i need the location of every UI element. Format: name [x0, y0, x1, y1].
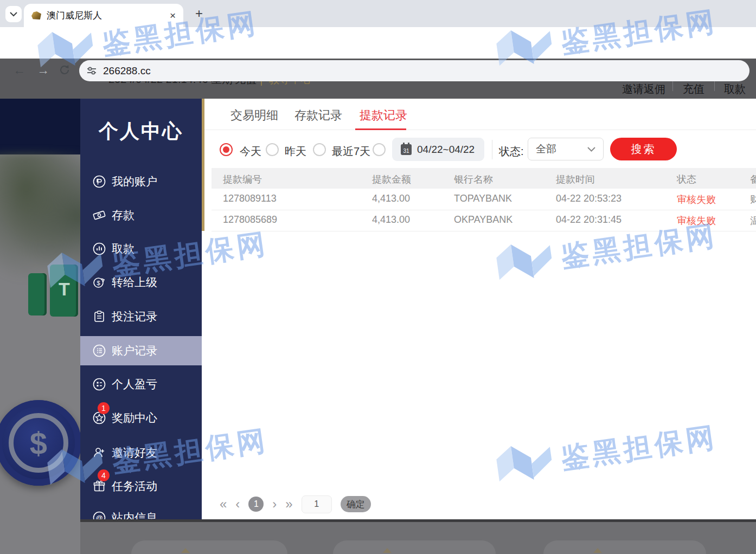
col-header-remark: 备注: [750, 173, 756, 186]
sidebar-item-account-records[interactable]: 账户记录: [80, 336, 202, 365]
sidebar-item-profit-loss[interactable]: 个人盈亏: [80, 370, 202, 399]
gold-decoration: [383, 548, 392, 553]
status-select[interactable]: 全部: [528, 138, 604, 160]
radio-today[interactable]: [220, 143, 233, 156]
radio-last7days-label[interactable]: 最近7天: [332, 144, 370, 159]
next-page-button[interactable]: ›: [272, 498, 277, 511]
sidebar-item-label: 邀请好友: [112, 445, 157, 460]
cell-status: 审核失败: [677, 193, 716, 206]
url-text: 266288.cc: [103, 65, 151, 77]
sidebar-item-label: 账户记录: [112, 343, 157, 358]
sidebar-item-transfer-upline[interactable]: $ 转给上级: [80, 268, 202, 297]
sidebar-item-bet-records[interactable]: 投注记录: [80, 302, 202, 331]
new-tab-button[interactable]: +: [191, 5, 207, 22]
radio-last7days[interactable]: [313, 143, 326, 156]
sidebar-item-label: 投注记录: [112, 309, 157, 324]
transfer-icon: $: [92, 275, 106, 289]
sidebar: 个人中心 我的账户 存款 取款 $ 转给上级: [80, 99, 202, 520]
radio-yesterday[interactable]: [266, 143, 279, 156]
sidebar-item-label: 我的账户: [112, 174, 157, 189]
tab-search-button[interactable]: [5, 6, 22, 22]
prev-page-button[interactable]: ‹: [235, 498, 240, 511]
browser-tab[interactable]: 澳门威尼斯人 ×: [24, 4, 183, 27]
radio-today-label[interactable]: 今天: [240, 144, 261, 159]
cell-withdraw-id: 1278085689: [223, 214, 277, 226]
bet-records-icon: [92, 310, 106, 324]
radio-yesterday-label[interactable]: 昨天: [285, 144, 306, 159]
cell-remark: 温: [750, 214, 756, 227]
background-navy-block: [0, 99, 80, 154]
last-page-button[interactable]: »: [285, 498, 292, 511]
gold-decoration: [181, 548, 190, 553]
tab-close-icon[interactable]: ×: [170, 10, 176, 22]
divider: [212, 210, 756, 210]
sidebar-item-withdraw[interactable]: 取款: [80, 234, 202, 263]
col-header-time: 提款时间: [556, 173, 595, 186]
sidebar-item-label: 存款: [112, 208, 134, 223]
status-filter-label: 状态:: [499, 144, 524, 159]
withdraw-label: 取款: [710, 82, 756, 96]
first-page-button[interactable]: «: [220, 498, 227, 511]
cell-time: 04-22 20:31:45: [556, 214, 622, 226]
tether-t-glyph: T: [59, 279, 70, 300]
sidebar-item-label: 取款: [112, 241, 134, 256]
profit-loss-icon: [92, 377, 106, 391]
chevron-down-icon: [10, 12, 17, 17]
background-card: [543, 540, 706, 554]
chevron-down-icon: [587, 147, 595, 152]
background-card: [131, 540, 287, 554]
col-header-status: 状态: [677, 173, 696, 186]
tab-transaction-details[interactable]: 交易明细: [230, 107, 278, 124]
usd-coin-image: $: [0, 400, 80, 486]
gold-decoration: [593, 548, 602, 553]
status-select-value: 全部: [536, 142, 556, 156]
divider: [202, 130, 756, 130]
cell-status: 审核失败: [677, 214, 716, 227]
withdraw-icon: [92, 242, 106, 256]
background-bottom-strip: [80, 519, 756, 554]
cell-withdraw-id: 1278089113: [223, 193, 277, 204]
cell-bank: OKPAYBANK: [454, 214, 512, 226]
cell-time: 04-22 20:53:23: [556, 193, 622, 204]
pagination: « ‹ 1 › » 确定: [220, 494, 371, 514]
divider: [212, 231, 756, 231]
screen: 澳门威尼斯人 × + ← → 266288.cc: [0, 0, 756, 554]
tab-withdraw-records[interactable]: 提款记录: [360, 107, 407, 124]
page-number-input[interactable]: [302, 495, 332, 513]
tab-strip: 澳门威尼斯人 × +: [0, 0, 756, 27]
tune-icon: [87, 67, 97, 75]
tab-title: 澳门威尼斯人: [47, 9, 165, 22]
radio-custom-range[interactable]: [373, 143, 386, 156]
browser-chrome: 澳门威尼斯人 × + ← → 266288.cc: [0, 0, 756, 59]
sidebar-title: 个人中心: [80, 118, 202, 145]
account-icon: [92, 175, 106, 189]
sidebar-item-my-account[interactable]: 我的账户: [80, 167, 202, 196]
sidebar-item-deposit[interactable]: 存款: [80, 201, 202, 230]
invite-friends-icon: [92, 446, 106, 460]
dollar-glyph: $: [30, 425, 47, 461]
omnibox[interactable]: 266288.cc: [79, 60, 749, 81]
cell-remark: 财: [750, 193, 756, 206]
sidebar-item-label: 个人盈亏: [112, 377, 157, 392]
date-range-value: 04/22~04/22: [417, 144, 475, 156]
confirm-page-button[interactable]: 确定: [341, 496, 371, 512]
site-favicon-icon: [31, 11, 41, 20]
cell-amount: 4,413.00: [372, 193, 410, 204]
divider: [492, 140, 492, 159]
sidebar-item-label: 奖励中心: [112, 410, 157, 426]
back-icon[interactable]: ←: [13, 63, 25, 78]
date-range-picker[interactable]: 31 04/22~04/22: [392, 138, 484, 161]
tether-coin-stack: [28, 273, 47, 315]
col-header-bank: 银行名称: [454, 173, 493, 186]
search-button[interactable]: 搜索: [610, 138, 677, 160]
background-card: [333, 540, 496, 554]
forward-icon[interactable]: →: [37, 63, 49, 78]
cell-amount: 4,413.00: [372, 214, 410, 226]
sidebar-item-invite-friends[interactable]: 邀请好友: [80, 438, 202, 467]
tab-deposit-records[interactable]: 存款记录: [294, 107, 342, 124]
svg-text:$: $: [97, 280, 100, 286]
divider: [80, 519, 756, 522]
current-page-indicator[interactable]: 1: [248, 497, 264, 512]
reload-icon[interactable]: [59, 64, 71, 76]
sidebar-item-messages[interactable]: @ 站内信息: [80, 503, 202, 520]
